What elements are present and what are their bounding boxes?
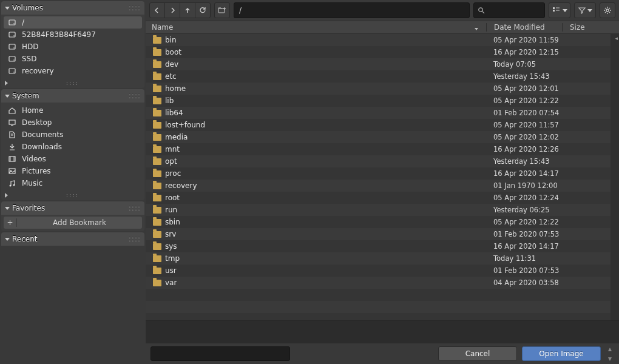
file-name: lib64: [165, 109, 183, 117]
column-date[interactable]: Date Modified: [486, 23, 562, 32]
file-row[interactable]: recovery01 Jan 1970 12:00: [146, 180, 619, 192]
system-item[interactable]: Music: [4, 177, 142, 189]
system-item[interactable]: Downloads: [4, 141, 142, 153]
disk-icon: [7, 30, 17, 39]
file-name: srv: [165, 230, 176, 238]
grip-dots-icon[interactable]: ::::: [66, 192, 79, 198]
file-row[interactable]: home05 Apr 2020 12:01: [146, 83, 619, 95]
grip-icon: ::::: [129, 4, 141, 12]
display-mode-button[interactable]: [549, 2, 570, 18]
folder-icon: [153, 255, 161, 262]
volume-item[interactable]: /: [4, 16, 142, 29]
volume-item[interactable]: SSD: [4, 53, 142, 65]
file-row[interactable]: runYesterday 06:25: [146, 204, 619, 216]
volume-item[interactable]: 52B84F83B84F6497: [4, 29, 142, 41]
refresh-button[interactable]: [195, 2, 211, 18]
home-icon: [7, 106, 17, 115]
file-row[interactable]: lib05 Apr 2020 12:22: [146, 95, 619, 107]
add-bookmark-button[interactable]: + Add Bookmark: [4, 217, 142, 229]
file-row[interactable]: lib6401 Feb 2020 07:54: [146, 107, 619, 119]
file-date: 05 Apr 2020 12:22: [486, 96, 562, 105]
forward-button[interactable]: [164, 2, 180, 18]
system-item[interactable]: Desktop: [4, 116, 142, 129]
file-row[interactable]: optYesterday 15:43: [146, 155, 619, 167]
file-name: mnt: [165, 145, 180, 153]
file-list[interactable]: bin05 Apr 2020 11:59boot16 Apr 2020 12:1…: [146, 34, 619, 320]
panel-header-favorites[interactable]: Favorites ::::: [1, 201, 144, 215]
folder-icon: [153, 170, 161, 177]
folder-icon: [153, 61, 161, 68]
file-date: 01 Feb 2020 07:53: [486, 266, 562, 275]
file-name: boot: [165, 48, 181, 56]
path-input[interactable]: /: [234, 2, 470, 18]
file-row[interactable]: proc16 Apr 2020 14:17: [146, 167, 619, 180]
folder-icon: [153, 207, 161, 214]
file-row[interactable]: bin05 Apr 2020 11:59: [146, 34, 619, 46]
volume-item[interactable]: recovery: [4, 65, 142, 77]
file-row[interactable]: mnt16 Apr 2020 12:26: [146, 143, 619, 155]
system-item[interactable]: Pictures: [4, 165, 142, 177]
folder-icon: [153, 73, 161, 80]
new-folder-button[interactable]: [214, 2, 230, 18]
column-size[interactable]: Size: [562, 23, 611, 32]
toolbar: /: [146, 0, 619, 21]
svg-rect-4: [9, 44, 15, 49]
downloads-icon: [7, 142, 17, 152]
file-name: usr: [165, 266, 177, 275]
file-date: 05 Apr 2020 12:01: [486, 84, 562, 93]
system-label: Pictures: [22, 167, 51, 175]
file-date: 05 Apr 2020 11:59: [486, 36, 562, 44]
open-image-button[interactable]: Open Image: [522, 346, 601, 361]
file-row[interactable]: sbin05 Apr 2020 12:22: [146, 216, 619, 228]
file-row[interactable]: lost+found05 Apr 2020 11:57: [146, 119, 619, 131]
volume-item[interactable]: HDD: [4, 41, 142, 53]
svg-point-20: [606, 9, 609, 12]
file-row[interactable]: devToday 07:05: [146, 58, 619, 70]
disclosure-icon: [5, 7, 10, 10]
settings-button[interactable]: [600, 2, 615, 18]
svg-rect-8: [9, 69, 15, 73]
file-row[interactable]: media05 Apr 2020 12:02: [146, 131, 619, 143]
file-name: root: [165, 194, 180, 202]
filter-button[interactable]: [574, 2, 596, 18]
chevron-down-icon: [563, 9, 567, 12]
scroll-right-icon[interactable]: [5, 81, 8, 86]
scrollbar[interactable]: ◂: [611, 34, 619, 320]
system-item[interactable]: Videos: [4, 153, 142, 165]
file-date: Yesterday 15:43: [486, 157, 562, 166]
folder-icon: [153, 86, 161, 92]
disk-icon: [7, 54, 17, 64]
search-input[interactable]: [473, 2, 545, 18]
file-row[interactable]: sys16 Apr 2020 14:17: [146, 240, 619, 252]
file-name: media: [165, 133, 188, 141]
file-row[interactable]: root05 Apr 2020 12:24: [146, 192, 619, 204]
grip-dots-icon[interactable]: ::::: [66, 79, 79, 86]
folder-icon: [153, 37, 161, 44]
folder-icon: [153, 146, 161, 153]
back-button[interactable]: [149, 2, 165, 18]
system-item[interactable]: Home: [4, 104, 142, 116]
file-row[interactable]: usr01 Feb 2020 07:53: [146, 265, 619, 277]
volumes-list: /52B84F83B84F6497HDDSSDrecovery: [1, 15, 144, 79]
nav-group: [149, 2, 211, 18]
panel-header-system[interactable]: System ::::: [1, 89, 144, 103]
file-row[interactable]: boot16 Apr 2020 12:15: [146, 46, 619, 58]
file-name: home: [165, 84, 186, 93]
system-item[interactable]: Documents: [4, 129, 142, 141]
panel-favorites: Favorites :::: + Add Bookmark: [1, 201, 144, 231]
file-row[interactable]: etcYesterday 15:43: [146, 70, 619, 83]
filename-input[interactable]: [151, 346, 290, 361]
folder-icon: [153, 183, 161, 189]
svg-point-7: [13, 59, 15, 61]
file-row[interactable]: tmpToday 11:31: [146, 252, 619, 265]
column-name[interactable]: Name: [146, 23, 486, 32]
file-row[interactable]: srv01 Feb 2020 07:53: [146, 228, 619, 240]
cancel-button[interactable]: Cancel: [438, 346, 517, 361]
file-row[interactable]: var04 Apr 2020 03:58: [146, 277, 619, 289]
file-name: etc: [165, 72, 177, 81]
system-label: Videos: [22, 155, 46, 163]
panel-header-volumes[interactable]: Volumes ::::: [1, 1, 144, 15]
parent-button[interactable]: [180, 2, 195, 18]
panel-header-recent[interactable]: Recent ::::: [1, 232, 144, 246]
scroll-right-icon[interactable]: [5, 193, 8, 198]
